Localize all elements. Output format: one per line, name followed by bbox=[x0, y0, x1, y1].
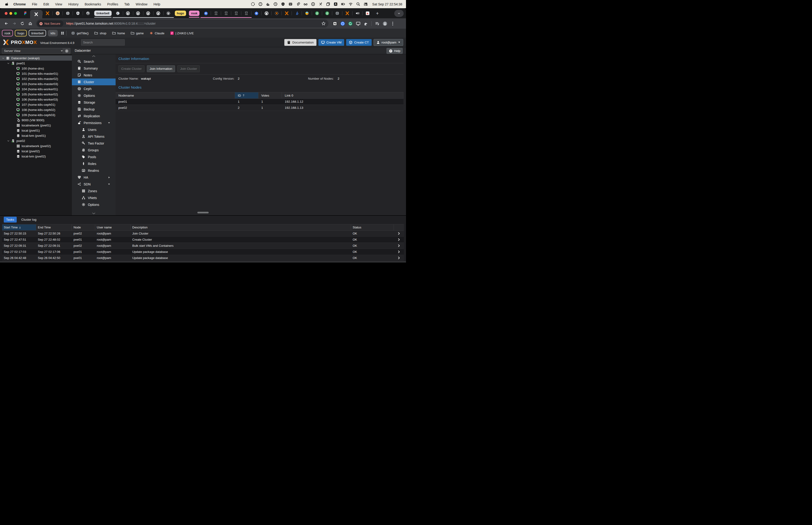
tab-proxmox-orange[interactable] bbox=[43, 9, 52, 18]
bookmark-star-icon[interactable] bbox=[321, 21, 326, 26]
column-header-end-time[interactable]: End Time bbox=[36, 224, 72, 230]
media-playlist-button[interactable] bbox=[375, 21, 380, 26]
tab-proxmox-dotted[interactable] bbox=[272, 9, 281, 18]
home-button[interactable] bbox=[26, 19, 34, 28]
new-tab-button[interactable]: + bbox=[374, 10, 381, 17]
menu-item-search[interactable]: Search bbox=[72, 58, 116, 65]
menu-item-cluster[interactable]: Cluster bbox=[72, 78, 116, 85]
grammarly-extension-button[interactable] bbox=[348, 21, 353, 26]
bookmark-shop[interactable]: shop bbox=[94, 31, 106, 35]
tab-chess-rook[interactable] bbox=[211, 9, 221, 18]
view-mode-select[interactable]: Server View bbox=[2, 48, 65, 54]
tab-swirl-dark[interactable] bbox=[83, 9, 93, 18]
task-expand-chevron[interactable] bbox=[394, 237, 404, 242]
task-expand-chevron[interactable] bbox=[394, 230, 404, 236]
apps-grid-icon[interactable] bbox=[61, 31, 64, 35]
tab-chess-rook[interactable] bbox=[241, 9, 251, 18]
help-button[interactable]: ?Help bbox=[386, 48, 403, 54]
menu-item-summary[interactable]: Summary bbox=[72, 65, 116, 72]
tree-item-localnetwork-pve01-[interactable]: localnetwork (pve01) bbox=[0, 123, 72, 128]
task-row[interactable]: Sep 27 22:50:15Sep 27 22:50:26pve02root@… bbox=[2, 230, 404, 237]
tree-item-104-home-k8s-worker01-[interactable]: 104 (home-k8s-worker01) bbox=[0, 87, 72, 92]
bookmark-game[interactable]: game bbox=[131, 31, 144, 35]
menubar-item-bookmarks[interactable]: Bookmarks bbox=[85, 2, 101, 6]
tree-item-local-pve01-[interactable]: local (pve01) bbox=[0, 128, 72, 133]
bookmark-home[interactable]: home bbox=[112, 31, 125, 35]
menu-item-ha[interactable]: HA bbox=[72, 174, 116, 181]
task-row[interactable]: Sep 27 02:17:03Sep 27 02:17:06pve01root@… bbox=[2, 249, 404, 255]
column-header-status[interactable]: Status bbox=[351, 224, 394, 230]
address-bar[interactable]: Not Secure https://pve01.home.tomokon.ne… bbox=[36, 19, 328, 28]
apple-icon[interactable] bbox=[5, 2, 9, 6]
button-create-cluster[interactable]: Create Cluster bbox=[119, 65, 144, 72]
tab-tasks[interactable]: Tasks bbox=[4, 217, 17, 223]
menu-item-vnets[interactable]: VNets bbox=[72, 194, 116, 201]
menu-item-zones[interactable]: Zones bbox=[72, 188, 116, 194]
bookmark-group-tinkerbell[interactable]: tinkerbell bbox=[29, 30, 46, 36]
menu-item-users[interactable]: Users bbox=[72, 126, 116, 133]
menubar-item-tab[interactable]: Tab bbox=[124, 2, 130, 6]
menu-item-notes[interactable]: Notes bbox=[72, 72, 116, 78]
menu-item-groups[interactable]: Groups bbox=[72, 147, 116, 153]
puzzle-extension-button[interactable] bbox=[364, 21, 368, 26]
tree-item-101-home-k8s-master01-[interactable]: 101 (home-k8s-master01) bbox=[0, 71, 72, 76]
create-vm-button[interactable]: Create VM bbox=[318, 39, 344, 46]
documentation-button[interactable]: Documentation bbox=[284, 39, 317, 46]
menu-item-roles[interactable]: Roles bbox=[72, 160, 116, 167]
menu-item-pools[interactable]: Pools bbox=[72, 153, 116, 160]
active-tab-proxmox-white[interactable] bbox=[30, 10, 42, 18]
tree-item-106-home-k8s-worker03-[interactable]: 106 (home-k8s-worker03) bbox=[0, 97, 72, 102]
tab-group-label-hugo[interactable]: hugo bbox=[175, 11, 186, 16]
tab-blue-slashes[interactable] bbox=[292, 9, 302, 18]
cluster-node-row-pve02[interactable]: pve0221192.168.1.13 bbox=[116, 105, 403, 111]
tree-item-102-home-k8s-master02-[interactable]: 102 (home-k8s-master02) bbox=[0, 76, 72, 81]
task-expand-chevron[interactable] bbox=[394, 249, 404, 255]
horizontal-scrollbar-thumb[interactable] bbox=[197, 212, 209, 213]
tab-kubernetes[interactable] bbox=[251, 9, 261, 18]
tab-globe-grey[interactable] bbox=[332, 9, 342, 18]
column-header-votes[interactable]: Votes bbox=[258, 92, 282, 99]
column-header-start-time[interactable]: Start Time bbox=[2, 224, 36, 230]
proxmox-search-input[interactable] bbox=[81, 39, 125, 46]
tab-shield-dark[interactable] bbox=[73, 9, 83, 18]
tree-item-local-pve02-[interactable]: local (pve02) bbox=[0, 149, 72, 154]
task-row[interactable]: Sep 26 04:42:48Sep 26 04:42:50pve01root@… bbox=[2, 255, 404, 261]
close-window-button[interactable] bbox=[5, 12, 7, 15]
menu-item-options[interactable]: Options bbox=[72, 201, 116, 208]
task-row[interactable]: Sep 27 22:47:51Sep 27 22:48:02pve01root@… bbox=[2, 237, 404, 243]
tab-kubernetes[interactable] bbox=[201, 9, 211, 18]
bookmark--zaiko-live[interactable]: Z| ZAIKO LIVE bbox=[170, 31, 194, 35]
column-header-link-0[interactable]: Link 0 bbox=[282, 92, 403, 99]
tab-chess-rook[interactable] bbox=[231, 9, 241, 18]
tab-avatar-face[interactable] bbox=[52, 9, 62, 18]
tab-github[interactable] bbox=[261, 9, 271, 18]
screen-share-extension-button[interactable] bbox=[356, 21, 361, 26]
column-header-id[interactable]: ID bbox=[235, 92, 258, 99]
tab-green-at[interactable]: @ bbox=[312, 9, 322, 18]
tree-item-100-home-dns-[interactable]: 100 (home-dns) bbox=[0, 66, 72, 71]
tree-item-local-lvm-pve02-[interactable]: local-lvm (pve02) bbox=[0, 154, 72, 159]
menu-scroll-down[interactable] bbox=[72, 211, 116, 215]
user-menu-button[interactable]: root@pam bbox=[373, 39, 403, 46]
back-button[interactable] bbox=[2, 19, 10, 28]
tab-cluster-log[interactable]: Cluster log bbox=[21, 218, 37, 221]
menu-item-sdn[interactable]: SDN bbox=[72, 181, 116, 188]
menubar-item-edit[interactable]: Edit bbox=[43, 2, 49, 6]
bookmark-group-k8s[interactable]: k8s bbox=[48, 30, 58, 36]
menu-scroll-up[interactable] bbox=[72, 54, 116, 58]
task-expand-chevron[interactable] bbox=[394, 243, 404, 249]
menu-item-api-tokens[interactable]: API Tokens bbox=[72, 133, 116, 140]
profile-avatar-button[interactable] bbox=[383, 21, 387, 26]
minimize-window-button[interactable] bbox=[10, 12, 12, 15]
tab-github[interactable] bbox=[123, 9, 133, 18]
tab-search-button[interactable] bbox=[394, 10, 404, 17]
button-join-information[interactable]: Join Information bbox=[147, 65, 175, 72]
create-ct-button[interactable]: Create CT bbox=[346, 39, 371, 46]
column-header-node[interactable]: Node bbox=[72, 224, 95, 230]
menubar-item-window[interactable]: Window bbox=[136, 2, 148, 6]
tree-item-local-lvm-pve01-[interactable]: local-lvm (pve01) bbox=[0, 133, 72, 138]
cluster-node-row-pve01[interactable]: pve0111192.168.1.12 bbox=[116, 99, 403, 105]
tab-globe-dark[interactable] bbox=[63, 9, 73, 18]
bookmark-claude[interactable]: Claude bbox=[150, 31, 165, 35]
tree-settings-button[interactable] bbox=[63, 48, 71, 54]
